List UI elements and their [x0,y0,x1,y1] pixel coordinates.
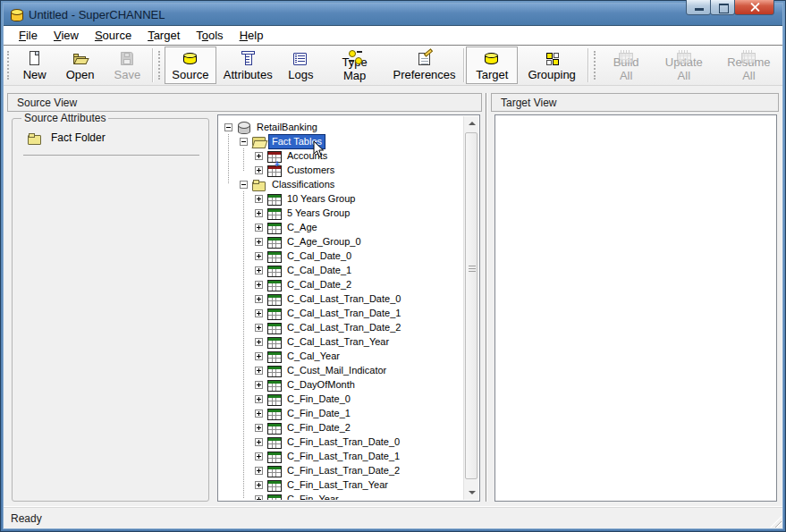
expander-icon[interactable] [255,395,263,403]
tree-item-label[interactable]: C_Fin_Date_1 [284,407,353,420]
tree-item-label[interactable]: RetailBanking [254,121,320,134]
tree-item[interactable]: C_Fin_Last_Tran_Year [219,477,463,492]
toolbar-button[interactable]: Open [56,46,105,84]
toolbar-button[interactable]: Resume All [715,46,782,84]
toolbar-gripper[interactable] [7,51,11,80]
expander-icon[interactable] [255,295,263,303]
toolbar-button[interactable]: Update All [653,46,715,84]
expander-icon[interactable] [240,138,248,146]
expander-icon[interactable] [255,209,263,217]
tree-item[interactable]: C_Fin_Year [219,492,463,500]
tree-item-label[interactable]: C_Cal_Last_Tran_Year [284,335,392,349]
tree-item-label[interactable]: C_Fin_Last_Tran_Year [284,478,391,492]
expander-icon[interactable] [255,367,263,375]
tree-item[interactable]: C_Fin_Last_Tran_Date_1 [219,449,463,463]
tree-item-label[interactable]: Fact Tables [269,135,325,148]
tree-item[interactable]: C_Fin_Date_1 [219,406,463,420]
toolbar-button[interactable]: Attributes [216,46,279,84]
scroll-up-arrow-icon[interactable] [464,116,478,131]
pane-splitter[interactable] [486,93,486,502]
tree-item-label[interactable]: 5 Years Group [284,207,352,220]
expander-icon[interactable] [255,381,263,389]
tree-item[interactable]: 10 Years Group [219,191,463,206]
tree-item[interactable]: C_Cal_Last_Tran_Date_2 [219,320,463,334]
tree-item[interactable]: RetailBanking [219,120,463,134]
tree-item-label[interactable]: C_Cal_Date_2 [284,278,354,291]
tree-item-label[interactable]: C_Fin_Year [284,493,342,501]
toolbar-button[interactable]: Target [466,46,518,84]
tree-item-label[interactable]: Customers [284,164,337,177]
expander-icon[interactable] [255,238,263,246]
tree-item[interactable]: C_Cal_Last_Tran_Date_1 [219,306,463,320]
title-bar[interactable]: Untitled - SuperCHANNEL [4,4,782,26]
expander-icon[interactable] [255,252,263,260]
maximize-button[interactable] [710,0,735,15]
tree-item-label[interactable]: C_Cal_Last_Tran_Date_2 [284,321,403,334]
toolbar-button[interactable]: Build All [599,46,652,84]
expander-icon[interactable] [255,195,263,203]
tree-item[interactable]: C_Cal_Date_0 [219,249,463,263]
toolbar-button[interactable]: Grouping [518,46,585,84]
menu-item[interactable]: File [11,27,46,44]
tree-item[interactable]: C_Cal_Last_Tran_Date_0 [219,291,463,306]
tree-item-label[interactable]: C_Fin_Last_Tran_Date_0 [284,435,402,449]
tree-item-label[interactable]: C_Cal_Year [284,350,342,363]
menu-item[interactable]: Target [139,27,188,44]
tree-item[interactable]: Classifications [219,177,463,191]
tree-item[interactable]: C_Fin_Last_Tran_Date_0 [219,435,463,449]
tree-item-label[interactable]: C_Fin_Date_0 [284,393,353,406]
expander-icon[interactable] [255,224,263,232]
expander-icon[interactable] [255,495,263,501]
tree-item[interactable]: C_DayOfMonth [219,377,463,392]
tree-item-label[interactable]: C_Cust_Mail_Indicator [284,364,389,377]
tree-item[interactable]: C_Cal_Year [219,349,463,363]
toolbar-button[interactable]: Type Map [322,46,386,84]
expander-icon[interactable] [240,181,248,189]
expander-icon[interactable] [255,452,263,460]
expander-icon[interactable] [255,481,263,489]
menu-item[interactable]: Source [87,27,139,44]
tree-item[interactable]: C_Fin_Date_2 [219,420,463,435]
expander-icon[interactable] [255,424,263,432]
tree-item[interactable]: C_Fin_Last_Tran_Date_2 [219,463,463,477]
tree-item[interactable]: Accounts [219,148,463,163]
toolbar-button[interactable]: Preferences [387,46,462,84]
tree-item[interactable]: Fact Tables [219,134,463,148]
tree-item[interactable]: C_Cal_Date_2 [219,277,463,291]
expander-icon[interactable] [255,410,263,418]
expander-icon[interactable] [255,338,263,346]
tree-item[interactable]: C_Age [219,220,463,234]
tree-item[interactable]: Customers [219,163,463,177]
tree-item[interactable]: C_Age_Group_0 [219,234,463,249]
tree-item[interactable]: C_Fin_Date_0 [219,392,463,406]
menu-item[interactable]: Tools [188,27,231,44]
resize-grip[interactable] [770,516,782,528]
minimize-button[interactable] [686,0,711,15]
expander-icon[interactable] [255,324,263,332]
menu-item[interactable]: View [46,27,87,44]
toolbar-gripper[interactable] [594,51,597,80]
tree-item-label[interactable]: C_Fin_Last_Tran_Date_2 [284,464,402,477]
tree-item-label[interactable]: C_Fin_Date_2 [284,421,353,435]
tree-item-label[interactable]: C_Cal_Last_Tran_Date_0 [284,292,403,306]
tree-item-label[interactable]: Accounts [284,149,330,163]
toolbar-button[interactable]: Logs [279,46,322,84]
expander-icon[interactable] [255,467,263,475]
expander-icon[interactable] [255,438,263,446]
tree-item-label[interactable]: C_Cal_Date_0 [284,249,354,263]
tree-item-label[interactable]: C_Fin_Last_Tran_Date_1 [284,450,402,463]
tree-item[interactable]: C_Cal_Last_Tran_Year [219,334,463,349]
vertical-scrollbar[interactable] [463,116,478,500]
tree-item[interactable]: C_Cust_Mail_Indicator [219,363,463,377]
expander-icon[interactable] [255,152,263,160]
expander-icon[interactable] [224,123,232,131]
toolbar-button[interactable]: Source [165,46,216,84]
tree-item[interactable]: C_Cal_Date_1 [219,263,463,277]
tree-item-label[interactable]: C_Age [284,221,320,234]
toolbar-button[interactable]: Save [105,46,151,84]
expander-icon[interactable] [255,166,263,174]
target-tree-panel[interactable] [494,114,777,502]
tree-item-label[interactable]: C_Cal_Last_Tran_Date_1 [284,307,403,320]
tree-item-label[interactable]: 10 Years Group [284,192,358,206]
tree-item-label[interactable]: C_Age_Group_0 [284,235,364,249]
